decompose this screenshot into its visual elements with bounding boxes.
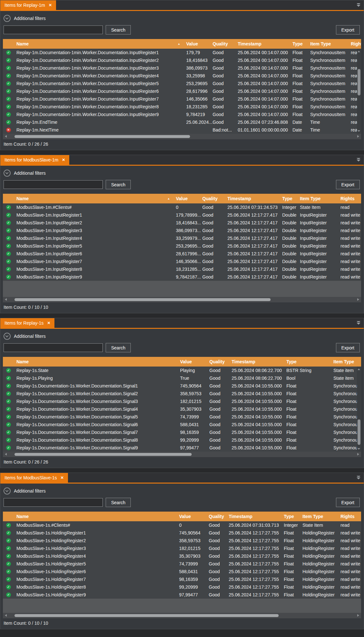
table-row[interactable]: ✓ModbusSlave-1m.InputRegister628,617996.… — [3, 250, 361, 258]
table-row[interactable]: ✓Replay-1s.StatePlayingGood25.06.2024 08… — [3, 367, 361, 374]
table-row[interactable]: ✓Replay-1s.Documentation-1s.Worker.Docum… — [3, 397, 361, 405]
vertical-scrollbar-thumb[interactable] — [358, 69, 360, 95]
table-row[interactable]: ✓Replay-1s.Documentation-1s.Worker.Docum… — [3, 405, 361, 413]
tab-items-for-modbusslave-1s[interactable]: Items for ModbusSlave-1s ✕ — [0, 473, 68, 483]
additional-filters-expander[interactable] — [4, 170, 11, 177]
tab-items-for-replay-1s[interactable]: Items for Replay-1s ✕ — [0, 318, 54, 328]
column-header-type[interactable]: Type — [284, 512, 302, 521]
additional-filters-expander[interactable] — [4, 333, 11, 340]
table-row[interactable]: ✓Replay-1m.Documentation-1min.Worker.Doc… — [3, 95, 361, 103]
column-header-timestamp[interactable]: Timestamp — [229, 512, 284, 521]
export-button[interactable]: Export — [336, 498, 360, 507]
horizontal-scrollbar-thumb[interactable] — [14, 453, 192, 456]
table-row[interactable]: ✓ModbusSlave-1s.HoldingRegister6588,0431… — [3, 568, 361, 575]
scroll-right-icon[interactable] — [357, 298, 359, 301]
column-header-value[interactable]: Value — [186, 39, 213, 49]
search-button[interactable]: Search — [106, 180, 131, 189]
column-header-quality[interactable]: Quality — [213, 39, 238, 49]
table-row[interactable]: ✓Replay-1s.Documentation-1s.Worker.Docum… — [3, 382, 361, 390]
scroll-down-icon[interactable] — [358, 130, 360, 132]
column-header-name[interactable]: Name — [14, 512, 179, 521]
filter-input[interactable] — [4, 25, 103, 34]
table-row[interactable]: ✓Replay-1s.Documentation-1s.Worker.Docum… — [3, 390, 361, 397]
column-header-timestamp[interactable]: Timestamp — [232, 357, 286, 367]
column-header-timestamp[interactable]: Timestamp — [238, 39, 292, 49]
vertical-scrollbar[interactable] — [357, 49, 361, 134]
column-header-name[interactable]: Name — [14, 357, 180, 367]
column-header-item_type[interactable]: Item Type — [300, 194, 340, 203]
scroll-down-icon[interactable] — [358, 448, 360, 450]
table-row[interactable]: ✓ModbusSlave-1m.InputRegister3386,09973.… — [3, 227, 361, 234]
horizontal-scrollbar[interactable] — [3, 613, 361, 618]
table-row[interactable]: ✓ModbusSlave-1s.HoldingRegister3182,0121… — [3, 544, 361, 552]
column-header-item_type[interactable]: Item Type — [310, 39, 351, 49]
table-row[interactable]: ✓ModbusSlave-1s.HoldingRegister2358,5975… — [3, 537, 361, 544]
table-row[interactable]: ✓ModbusSlave-1s.HoldingRegister997,99477… — [3, 591, 361, 599]
column-header-value[interactable]: Value — [180, 357, 209, 367]
table-row[interactable]: ✓Replay-1m.Documentation-1min.Worker.Doc… — [3, 56, 361, 64]
column-header-type[interactable]: Type — [292, 39, 310, 49]
search-button[interactable]: Search — [106, 343, 131, 352]
table-row[interactable]: ✓ModbusSlave-1m.InputRegister1179,78999.… — [3, 211, 361, 219]
filter-input[interactable] — [4, 343, 103, 352]
tab-items-for-replay-1m[interactable]: Items for Replay-1m ✕ — [0, 0, 56, 10]
filter-input[interactable] — [4, 498, 103, 507]
auto-hide-icon[interactable] — [357, 321, 360, 325]
column-header-quality[interactable]: Quality — [209, 357, 232, 367]
auto-hide-icon[interactable] — [357, 3, 360, 7]
scroll-left-icon[interactable] — [5, 135, 7, 138]
tab-items-for-modbusslave-1m[interactable]: Items for ModbusSlave-1m ✕ — [0, 155, 69, 165]
table-row[interactable]: ✓Replay-1m.Documentation-1min.Worker.Doc… — [3, 111, 361, 118]
auto-hide-icon[interactable] — [357, 476, 360, 479]
table-row[interactable]: ✓ModbusSlave-1m.InputRegister818,231285.… — [3, 265, 361, 273]
table-row[interactable]: ✓ModbusSlave-1m.InputRegister218,416843.… — [3, 219, 361, 227]
scroll-up-icon[interactable] — [358, 51, 360, 52]
additional-filters-expander[interactable] — [4, 15, 11, 22]
table-row[interactable]: ✓ModbusSlave-1s.HoldingRegister435,30790… — [3, 552, 361, 560]
table-row[interactable]: ✓Replay-1m.Documentation-1min.Worker.Doc… — [3, 64, 361, 72]
table-row[interactable]: ✓Replay-1m.Documentation-1min.Worker.Doc… — [3, 49, 361, 56]
horizontal-scrollbar-thumb[interactable] — [14, 135, 190, 138]
column-header-value[interactable]: Value — [176, 194, 202, 203]
table-row[interactable]: ✓ModbusSlave-1s.#Clients#0Good25.06.2024… — [3, 521, 361, 529]
column-header-name[interactable]: Name▲ — [14, 194, 176, 203]
table-row[interactable]: ✓Replay-1s.Documentation-1s.Worker.Docum… — [3, 444, 361, 452]
export-button[interactable]: Export — [336, 180, 360, 189]
column-header-value[interactable]: Value — [179, 512, 209, 521]
tab-close-icon[interactable]: ✕ — [62, 158, 65, 162]
auto-hide-icon[interactable] — [357, 158, 360, 162]
column-header-item_type[interactable]: Item Type — [333, 357, 361, 367]
table-row[interactable]: ✓ModbusSlave-1m.#Clients#0Good25.06.2024… — [3, 203, 361, 211]
column-header-quality[interactable]: Quality — [202, 194, 227, 203]
column-header-rights[interactable]: Rights — [340, 194, 361, 203]
column-header-name[interactable]: Name▲ — [14, 39, 186, 49]
table-row[interactable]: ✓ModbusSlave-1s.HoldingRegister899,20999… — [3, 583, 361, 591]
table-row[interactable]: ✓Replay-1m.Documentation-1min.Worker.Doc… — [3, 80, 361, 87]
table-row[interactable]: ✓Replay-1s.Documentation-1s.Worker.Docum… — [3, 428, 361, 436]
export-button[interactable]: Export — [336, 25, 360, 34]
horizontal-scrollbar[interactable] — [3, 452, 361, 457]
table-row[interactable]: ✓Replay-1s.Documentation-1s.Worker.Docum… — [3, 421, 361, 428]
scroll-right-icon[interactable] — [357, 135, 359, 138]
table-row[interactable]: ✓Replay-1s.Documentation-1s.Worker.Docum… — [3, 436, 361, 444]
table-row[interactable]: ✓ModbusSlave-1s.HoldingRegister1745,9056… — [3, 529, 361, 537]
scroll-left-icon[interactable] — [5, 453, 7, 456]
scroll-left-icon[interactable] — [5, 614, 7, 617]
tab-close-icon[interactable]: ✕ — [49, 3, 52, 7]
scroll-left-icon[interactable] — [5, 298, 7, 301]
column-header-item_type[interactable]: Item Type — [302, 512, 340, 521]
table-row[interactable]: ✓ModbusSlave-1m.InputRegister7146,35066.… — [3, 258, 361, 265]
scroll-up-icon[interactable] — [358, 368, 360, 370]
column-header-quality[interactable]: Quality — [209, 512, 229, 521]
horizontal-scrollbar-thumb[interactable] — [14, 614, 279, 617]
table-row[interactable]: ✓Replay-1s.PlayingTrueGood25.06.2024 08:… — [3, 374, 361, 382]
table-row[interactable]: ✓Replay-1m.Documentation-1min.Worker.Doc… — [3, 103, 361, 111]
search-button[interactable]: Search — [106, 25, 131, 34]
table-row[interactable]: ✓Replay-1s.Documentation-1s.Worker.Docum… — [3, 413, 361, 421]
table-row[interactable]: ✓ModbusSlave-1m.InputRegister5253,29695.… — [3, 242, 361, 250]
vertical-scrollbar[interactable] — [357, 367, 361, 452]
table-row[interactable]: ✓ModbusSlave-1m.InputRegister99,7842187.… — [3, 273, 361, 281]
column-header-rights[interactable]: Rights — [351, 39, 361, 49]
filter-input[interactable] — [4, 180, 103, 189]
tab-close-icon[interactable]: ✕ — [47, 321, 50, 325]
